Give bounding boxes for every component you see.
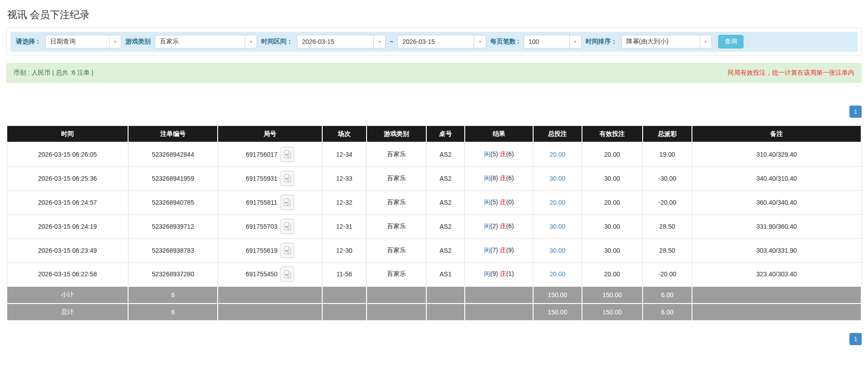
session-cell: 11-56 bbox=[322, 262, 367, 286]
total-count: 6 bbox=[128, 303, 218, 321]
table-body: 2026-03-15 06:26:05 523268942844 6917560… bbox=[7, 142, 861, 286]
round-id: 691755450 bbox=[246, 270, 277, 278]
total-bet-link[interactable]: 30.00 bbox=[549, 223, 565, 230]
pagination-top: 1 bbox=[6, 106, 862, 118]
total-bet-link[interactable]: 30.00 bbox=[549, 175, 565, 182]
result-cell: 闲(8) 庄(6) bbox=[465, 166, 533, 190]
chevron-down-icon: ▾ bbox=[474, 35, 486, 48]
page-size-select[interactable]: 100 ▾ bbox=[524, 35, 582, 48]
page-size-value: 100 bbox=[524, 35, 569, 48]
player-label: 闲 bbox=[484, 246, 490, 254]
game-type-value: 百家乐 bbox=[155, 35, 245, 48]
time-cell: 2026-03-15 06:26:05 bbox=[7, 142, 128, 166]
subtotal-label: 小计 bbox=[7, 286, 128, 303]
page-1-button[interactable]: 1 bbox=[849, 106, 862, 118]
total-bet-link[interactable]: 20.00 bbox=[549, 270, 565, 278]
col-round-id: 局号 bbox=[218, 125, 322, 142]
player-score: (7) bbox=[490, 246, 498, 254]
remark-cell: 323.40/303.40 bbox=[692, 262, 861, 286]
table-row: 2026-03-15 06:22:58 523268937280 6917554… bbox=[7, 262, 861, 286]
total-bet-cell: 30.00 bbox=[533, 166, 582, 190]
table-row: 2026-03-15 06:23:49 523268938783 6917556… bbox=[7, 238, 861, 262]
total-valid-bet: 150.00 bbox=[582, 303, 643, 321]
col-bet-id: 注单编号 bbox=[128, 125, 218, 142]
valid-bet-cell: 30.00 bbox=[582, 238, 643, 262]
table-row: 2026-03-15 06:24:19 523268939712 6917557… bbox=[7, 214, 861, 238]
total-total-bet: 150.00 bbox=[533, 303, 582, 321]
bet-id-cell: 523268939712 bbox=[128, 214, 218, 238]
total-bet-link[interactable]: 20.00 bbox=[549, 199, 565, 206]
round-id: 691756017 bbox=[246, 151, 277, 158]
total-bet-link[interactable]: 30.00 bbox=[549, 247, 565, 254]
total-label: 总计 bbox=[7, 303, 128, 321]
video-replay-button[interactable] bbox=[281, 171, 294, 186]
payout-cell: -20.00 bbox=[643, 190, 692, 214]
remark-cell: 360.40/340.40 bbox=[692, 190, 861, 214]
time-sort-label: 时间排序： bbox=[586, 38, 617, 46]
col-payout: 总派彩 bbox=[643, 125, 692, 142]
banker-label: 庄 bbox=[500, 198, 506, 206]
chevron-down-icon: ▾ bbox=[700, 35, 711, 48]
table-no-cell: AS2 bbox=[426, 166, 465, 190]
table-row: 2026-03-15 06:26:05 523268942844 6917560… bbox=[7, 142, 861, 166]
time-sort-select[interactable]: 降幂(由大到小) ▾ bbox=[621, 35, 712, 48]
total-bet-cell: 20.00 bbox=[533, 190, 582, 214]
round-id-cell: 691755619 bbox=[218, 238, 322, 262]
video-file-icon bbox=[284, 222, 291, 231]
bet-id-cell: 523268941959 bbox=[128, 166, 218, 190]
player-label: 闲 bbox=[484, 174, 490, 182]
chevron-down-icon: ▾ bbox=[373, 35, 385, 48]
query-type-select[interactable]: 日期查询 ▾ bbox=[45, 35, 121, 48]
video-replay-button[interactable] bbox=[281, 243, 294, 258]
video-replay-button[interactable] bbox=[281, 219, 294, 234]
table-row: 2026-03-15 06:24:57 523268940785 6917558… bbox=[7, 190, 861, 214]
banker-score: (6) bbox=[506, 174, 514, 182]
total-bet-cell: 20.00 bbox=[533, 262, 582, 286]
time-cell: 2026-03-15 06:24:57 bbox=[7, 190, 128, 214]
banker-label: 庄 bbox=[500, 270, 506, 277]
date-from-input[interactable]: 2026-03-15 ▾ bbox=[297, 35, 386, 48]
valid-bet-cell: 20.00 bbox=[582, 262, 643, 286]
game-type-select[interactable]: 百家乐 ▾ bbox=[155, 35, 257, 48]
bet-records-table: 时间 注单编号 局号 场次 游戏类别 桌号 结果 总投注 有效投注 总派彩 备注… bbox=[6, 125, 862, 321]
video-replay-button[interactable] bbox=[281, 147, 294, 162]
page-title: 视讯 会员下注纪录 bbox=[7, 8, 861, 22]
col-remark: 备注 bbox=[692, 125, 861, 142]
session-cell: 12-34 bbox=[322, 142, 367, 166]
remark-cell: 310.40/329.40 bbox=[692, 142, 861, 166]
subtotal-valid-bet: 150.00 bbox=[582, 286, 643, 303]
result-cell: 闲(2) 庄(6) bbox=[465, 214, 533, 238]
remark-cell: 340.40/310.40 bbox=[692, 166, 861, 190]
col-total-bet: 总投注 bbox=[533, 125, 582, 142]
query-type-label: 请选择： bbox=[16, 38, 41, 46]
col-result: 结果 bbox=[465, 125, 533, 142]
banker-score: (6) bbox=[506, 222, 514, 230]
table-row: 2026-03-15 06:25:36 523268941959 6917559… bbox=[7, 166, 861, 190]
video-replay-button[interactable] bbox=[281, 266, 294, 282]
game-type-cell: 百家乐 bbox=[367, 238, 426, 262]
result-cell: 闲(5) 庄(0) bbox=[465, 190, 533, 214]
date-to-input[interactable]: 2026-03-15 ▾ bbox=[397, 35, 486, 48]
payout-cell: 28.50 bbox=[643, 214, 692, 238]
game-type-cell: 百家乐 bbox=[367, 142, 426, 166]
search-button[interactable]: 查询 bbox=[718, 35, 744, 48]
round-id-cell: 691756017 bbox=[218, 142, 322, 166]
round-id-cell: 691755931 bbox=[218, 166, 322, 190]
video-file-icon bbox=[284, 246, 291, 255]
date-from-value: 2026-03-15 bbox=[297, 35, 373, 48]
table-footer: 小计 6 150.00 150.00 6.00 总计 6 150.00 150.… bbox=[7, 286, 861, 321]
chevron-down-icon: ▾ bbox=[109, 35, 121, 48]
bet-id-cell: 523268938783 bbox=[128, 238, 218, 262]
video-replay-button[interactable] bbox=[281, 195, 294, 210]
banker-label: 庄 bbox=[500, 150, 506, 158]
player-label: 闲 bbox=[484, 222, 490, 230]
table-no-cell: AS2 bbox=[426, 238, 465, 262]
date-to-value: 2026-03-15 bbox=[398, 35, 474, 48]
round-id: 691755703 bbox=[246, 223, 277, 230]
page-1-button[interactable]: 1 bbox=[849, 333, 862, 345]
time-range-label: 时间区间： bbox=[261, 38, 293, 46]
col-table: 桌号 bbox=[426, 125, 465, 142]
filter-bar: 请选择： 日期查询 ▾ 游戏类别 百家乐 ▾ 时间区间： 2026-03-15 … bbox=[10, 32, 858, 52]
banker-score: (9) bbox=[506, 246, 514, 254]
total-bet-link[interactable]: 20.00 bbox=[549, 151, 565, 158]
